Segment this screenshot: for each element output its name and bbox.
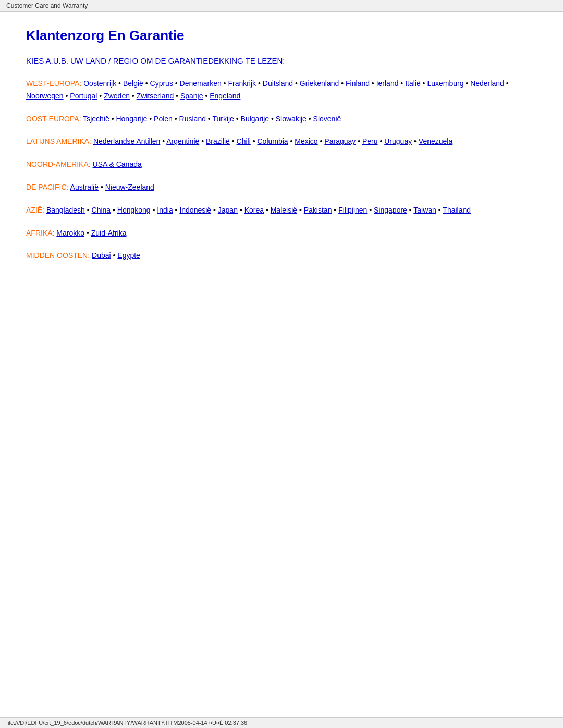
browser-tab: Customer Care and Warranty	[0, 0, 563, 12]
country-link-griekenland[interactable]: Griekenland	[300, 79, 339, 88]
bullet-separator: •	[307, 115, 313, 123]
country-link-oostenrijk[interactable]: Oostenrijk	[83, 79, 116, 88]
country-link-finland[interactable]: Finland	[346, 79, 370, 88]
country-link-frankrijk[interactable]: Frankrijk	[228, 79, 256, 88]
country-link-argentini-[interactable]: Argentinië	[166, 137, 199, 145]
country-link-pakistan[interactable]: Pakistan	[304, 206, 332, 214]
country-link-cyprus[interactable]: Cyprus	[150, 79, 173, 88]
country-link-hongkong[interactable]: Hongkong	[117, 206, 151, 214]
region-block-latijns-amerika: LATIJNS AMERIKA: Nederlandse Antillen • …	[26, 135, 537, 148]
country-link-paraguay[interactable]: Paraguay	[324, 137, 356, 145]
country-link-zweden[interactable]: Zweden	[104, 92, 130, 100]
bullet-separator: •	[160, 137, 166, 145]
region-block-azie: AZIË: Bangladesh • China • Hongkong • In…	[26, 204, 537, 217]
bullet-separator: •	[64, 92, 70, 100]
country-link-columbia[interactable]: Columbia	[257, 137, 288, 145]
country-link-australi-[interactable]: Australië	[70, 183, 99, 191]
bullet-separator: •	[412, 137, 419, 145]
country-link-venezuela[interactable]: Venezuela	[419, 137, 452, 145]
country-link-thailand[interactable]: Thailand	[443, 206, 471, 214]
country-link-dubai[interactable]: Dubai	[92, 251, 111, 260]
bullet-separator: •	[463, 79, 470, 88]
bullet-separator: •	[407, 206, 413, 214]
bullet-separator: •	[332, 206, 338, 214]
bullet-separator: •	[264, 206, 271, 214]
bullet-separator: •	[378, 137, 385, 145]
country-link-zwitserland[interactable]: Zwitserland	[137, 92, 174, 100]
region-block-west-europa: WEST-EUROPA: Oostenrijk • België • Cypru…	[26, 78, 537, 103]
country-link-turkije[interactable]: Turkije	[212, 115, 234, 123]
country-link-denemarken[interactable]: Denemarken	[180, 79, 222, 88]
country-link-hongarije[interactable]: Hongarije	[116, 115, 147, 123]
region-label-west-europa: WEST-EUROPA:	[26, 79, 81, 88]
country-link-indonesi-[interactable]: Indonesië	[179, 206, 211, 214]
bullet-separator: •	[398, 79, 405, 88]
country-link-usa---canada[interactable]: USA & Canada	[93, 160, 142, 168]
bullet-separator: •	[130, 92, 137, 100]
bullet-separator: •	[436, 206, 443, 214]
country-link-uruguay[interactable]: Uruguay	[384, 137, 412, 145]
country-link-bulgarije[interactable]: Bulgarije	[241, 115, 269, 123]
country-link-sloveni-[interactable]: Slovenië	[313, 115, 341, 123]
country-link-tsjechi-[interactable]: Tsjechië	[83, 115, 109, 123]
browser-tab-label: Customer Care and Warranty	[6, 2, 88, 9]
bullet-separator: •	[288, 137, 295, 145]
bullet-separator: •	[151, 206, 157, 214]
bullet-separator: •	[173, 115, 179, 123]
bullet-separator: •	[269, 115, 276, 123]
footer-text: file:///D|/EDFU/crt_19_6/edoc/dutch/WARR…	[6, 720, 247, 726]
bullet-separator: •	[99, 183, 105, 191]
bullet-separator: •	[143, 79, 150, 88]
country-link-brazili-[interactable]: Brazilië	[206, 137, 230, 145]
region-block-de-pacific: DE PACIFIC: Australië • Nieuw-Zeeland	[26, 181, 537, 194]
bullet-separator: •	[367, 206, 374, 214]
country-link-singapore[interactable]: Singapore	[374, 206, 407, 214]
bullet-separator: •	[84, 229, 91, 237]
country-link-bangladesh[interactable]: Bangladesh	[46, 206, 85, 214]
country-link-ierland[interactable]: Ierland	[376, 79, 399, 88]
bullet-separator: •	[147, 115, 154, 123]
browser-footer: file:///D|/EDFU/crt_19_6/edoc/dutch/WARR…	[0, 717, 563, 728]
country-link-maleisi-[interactable]: Maleisië	[271, 206, 297, 214]
region-label-afrika: AFRIKA:	[26, 229, 54, 237]
country-link-marokko[interactable]: Marokko	[56, 229, 84, 237]
country-link-nieuw-zeeland[interactable]: Nieuw-Zeeland	[105, 183, 154, 191]
country-link-portugal[interactable]: Portugal	[70, 92, 97, 100]
country-link-nederlandse-antillen[interactable]: Nederlandse Antillen	[93, 137, 160, 145]
bullet-separator: •	[203, 92, 210, 100]
country-link-chili[interactable]: Chili	[237, 137, 251, 145]
country-link-spanje[interactable]: Spanje	[180, 92, 203, 100]
country-link-filipijnen[interactable]: Filipijnen	[338, 206, 367, 214]
bullet-separator: •	[211, 206, 218, 214]
country-link-polen[interactable]: Polen	[154, 115, 173, 123]
bullet-separator: •	[174, 92, 180, 100]
country-link-itali-[interactable]: Italië	[405, 79, 421, 88]
country-link-duitsland[interactable]: Duitsland	[263, 79, 293, 88]
country-link-slowakije[interactable]: Slowakije	[276, 115, 307, 123]
bullet-separator: •	[297, 206, 304, 214]
separator	[26, 278, 537, 278]
bullet-separator: •	[206, 115, 212, 123]
bullet-separator: •	[173, 79, 180, 88]
country-link-taiwan[interactable]: Taiwan	[413, 206, 436, 214]
region-label-de-pacific: DE PACIFIC:	[26, 183, 68, 191]
region-block-oost-europa: OOST-EUROPA: Tsjechië • Hongarije • Pole…	[26, 113, 537, 126]
country-link-japan[interactable]: Japan	[218, 206, 238, 214]
subtitle: KIES A.U.B. UW LAND / REGIO OM DE GARANT…	[26, 56, 537, 65]
country-link-egypte[interactable]: Egypte	[117, 251, 140, 260]
bullet-separator: •	[356, 137, 362, 145]
country-link-nederland[interactable]: Nederland	[470, 79, 504, 88]
country-link-zuid-afrika[interactable]: Zuid-Afrika	[91, 229, 127, 237]
country-link-mexico[interactable]: Mexico	[295, 137, 317, 145]
country-link-india[interactable]: India	[157, 206, 173, 214]
region-label-azie: AZIË:	[26, 206, 44, 214]
country-link-korea[interactable]: Korea	[244, 206, 264, 214]
country-link-rusland[interactable]: Rusland	[179, 115, 206, 123]
country-link-belgi-[interactable]: België	[123, 79, 143, 88]
country-link-peru[interactable]: Peru	[362, 137, 378, 145]
country-link-engeland[interactable]: Engeland	[210, 92, 240, 100]
country-link-china[interactable]: China	[92, 206, 111, 214]
country-link-luxemburg[interactable]: Luxemburg	[427, 79, 463, 88]
bullet-separator: •	[97, 92, 104, 100]
country-link-noorwegen[interactable]: Noorwegen	[26, 92, 64, 100]
